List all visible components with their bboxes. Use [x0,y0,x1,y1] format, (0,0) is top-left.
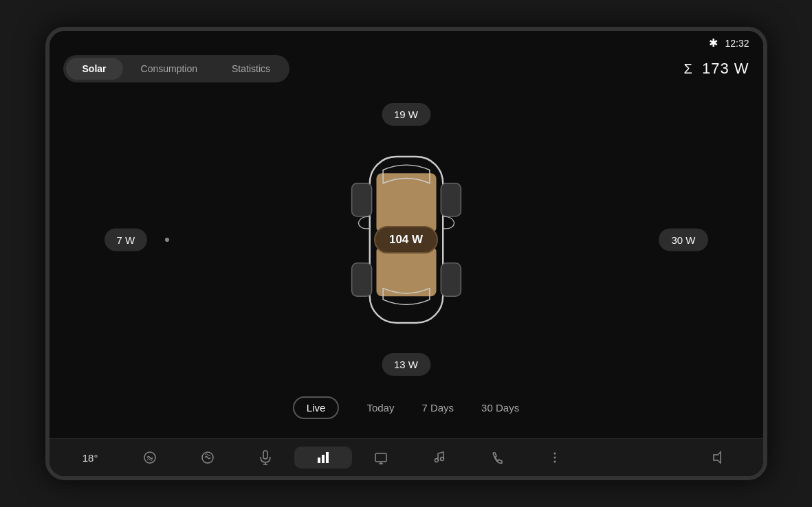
bluetooth-icon: ✱ [709,36,718,49]
nav-heat-left[interactable] [121,446,179,469]
total-power-value: 173 W [702,60,749,77]
sigma-icon: Σ [683,61,692,76]
power-badge-bottom: 13 W [382,353,430,376]
temperature-label: 18° [83,452,98,464]
music-icon [432,451,446,464]
svg-point-19 [435,459,438,462]
solar-display: 19 W 13 W 7 W 30 W [63,96,749,383]
screen: ✱ 12:32 Solar Consumption Statistics Σ 1… [50,31,763,476]
power-badge-center: 104 W [374,226,438,254]
svg-rect-10 [263,451,267,459]
power-badge-left: 7 W [105,228,148,251]
time-btn-today[interactable]: Today [366,402,394,414]
svg-rect-14 [322,455,325,463]
nav-music[interactable] [410,447,468,469]
nav-more[interactable] [526,447,584,469]
nav-screen[interactable] [352,447,410,469]
more-icon [553,451,557,464]
volume-icon [712,451,727,464]
svg-rect-5 [351,262,371,295]
svg-rect-16 [375,453,386,462]
svg-point-23 [553,461,556,463]
status-bar: ✱ 12:32 [50,31,763,55]
nav-mic[interactable] [237,446,294,469]
svg-point-21 [553,453,556,455]
svg-rect-4 [441,183,461,216]
connector-dot [165,238,169,242]
tab-consumption[interactable]: Consumption [124,58,215,80]
call-icon [490,451,504,464]
device-frame: ✱ 12:32 Solar Consumption Statistics Σ 1… [45,27,767,480]
nav-temperature: 18° [63,448,121,468]
tabs-container: Solar Consumption Statistics [63,55,290,82]
nav-heat-right[interactable] [179,446,237,469]
main-content: Solar Consumption Statistics Σ 173 W 19 … [50,55,763,438]
clock: 12:32 [725,38,749,49]
svg-marker-24 [714,452,721,463]
nav-chart[interactable] [294,447,352,469]
power-badge-top: 19 W [382,103,430,126]
nav-call[interactable] [468,447,526,469]
chart-icon [316,451,330,464]
tab-statistics[interactable]: Statistics [215,58,287,80]
time-btn-30days[interactable]: 30 Days [481,402,519,414]
time-btn-live[interactable]: Live [293,396,340,419]
time-btn-7days[interactable]: 7 Days [421,402,454,414]
power-badge-right: 30 W [659,228,707,251]
svg-rect-13 [318,458,320,463]
tab-solar[interactable]: Solar [66,58,123,80]
svg-point-22 [553,457,556,459]
heat-right-icon [200,450,215,465]
svg-rect-3 [351,183,371,216]
nav-spacer [584,453,691,462]
car-container: 104 W [331,137,482,343]
bottom-nav: 18° [50,438,763,476]
mic-icon [259,450,272,465]
screen-icon [374,451,388,464]
total-power: Σ 173 W [683,60,749,78]
svg-rect-6 [441,262,461,295]
svg-point-20 [440,458,443,461]
nav-volume[interactable] [691,447,749,469]
header-row: Solar Consumption Statistics Σ 173 W [63,55,749,82]
svg-rect-15 [326,452,329,463]
heat-left-icon [142,450,157,465]
time-selector: Live Today 7 Days 30 Days [63,390,749,426]
